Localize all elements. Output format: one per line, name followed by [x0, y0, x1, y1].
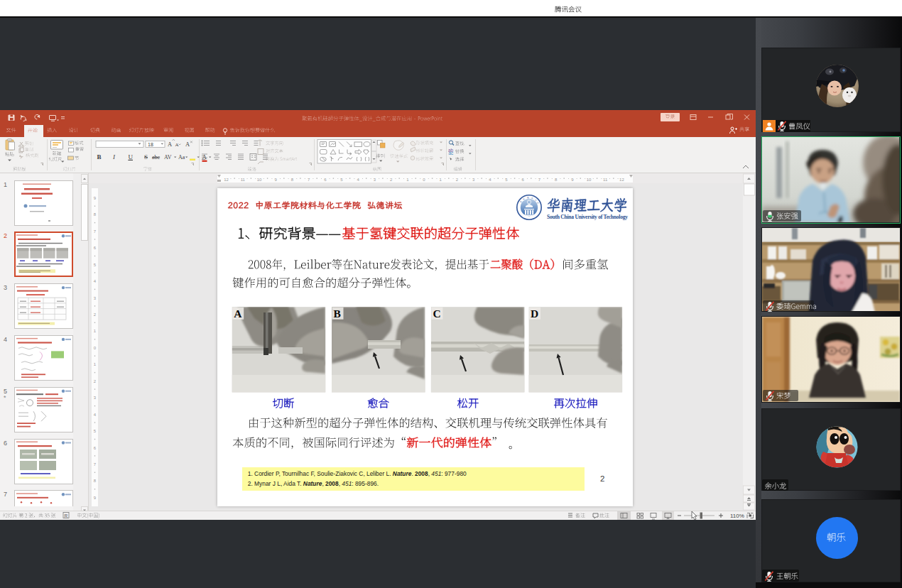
- svg-text:3: 3: [472, 177, 475, 181]
- svg-text:9: 9: [275, 177, 278, 181]
- svg-text:abc: abc: [152, 154, 161, 160]
- svg-text:2: 2: [94, 379, 97, 383]
- svg-text:4: 4: [94, 412, 97, 416]
- svg-text:3: 3: [94, 396, 97, 400]
- svg-text:3: 3: [94, 295, 97, 300]
- svg-text:学: 学: [537, 202, 539, 205]
- svg-text:11: 11: [241, 177, 246, 181]
- svg-text:6: 6: [94, 246, 97, 250]
- svg-text:2: 2: [456, 177, 459, 181]
- svg-text:6: 6: [522, 177, 525, 181]
- svg-text:A: A: [175, 141, 179, 147]
- svg-text:A: A: [168, 140, 173, 147]
- svg-text:4: 4: [489, 177, 491, 181]
- svg-text:1: 1: [440, 177, 442, 181]
- svg-text:5: 5: [505, 177, 508, 181]
- svg-text:D: D: [531, 307, 538, 320]
- svg-text:A: A: [234, 307, 242, 320]
- svg-text:0: 0: [423, 177, 425, 181]
- svg-text:2: 2: [94, 312, 97, 316]
- svg-text:4: 4: [94, 279, 97, 283]
- svg-text:9: 9: [571, 177, 574, 181]
- svg-text:110%: 110%: [730, 513, 744, 519]
- svg-text:南: 南: [523, 197, 525, 200]
- svg-text:6: 6: [94, 445, 97, 450]
- svg-text:7: 7: [94, 229, 97, 233]
- svg-text:18: 18: [148, 141, 153, 146]
- svg-text:10: 10: [587, 177, 592, 181]
- svg-text:7: 7: [94, 462, 97, 466]
- svg-text:12: 12: [224, 177, 229, 181]
- svg-text:5: 5: [94, 262, 97, 266]
- svg-text:R: R: [65, 513, 68, 518]
- svg-text:8: 8: [291, 177, 294, 181]
- svg-text:A: A: [185, 140, 190, 147]
- svg-text:4: 4: [357, 177, 360, 181]
- svg-text:7: 7: [538, 177, 541, 181]
- svg-text:AV: AV: [164, 154, 172, 160]
- svg-text:0: 0: [94, 345, 97, 349]
- svg-text:B: B: [334, 307, 341, 320]
- svg-text:工: 工: [531, 197, 533, 200]
- svg-text:10: 10: [257, 177, 262, 181]
- svg-text:9: 9: [94, 195, 97, 200]
- svg-text:5: 5: [340, 177, 343, 181]
- svg-text:Aa: Aa: [178, 154, 185, 160]
- svg-text:S: S: [144, 153, 148, 160]
- svg-text:2: 2: [390, 177, 393, 181]
- svg-text:U: U: [129, 153, 134, 160]
- svg-text:I: I: [112, 153, 116, 160]
- svg-text:5: 5: [94, 429, 97, 433]
- svg-text:B: B: [97, 153, 102, 160]
- svg-text:3: 3: [374, 177, 376, 181]
- svg-text:理: 理: [527, 197, 529, 199]
- svg-text:11: 11: [603, 177, 608, 181]
- svg-text:9: 9: [94, 495, 97, 499]
- svg-text:C: C: [433, 307, 440, 320]
- svg-text:8: 8: [94, 212, 97, 217]
- svg-text:6: 6: [324, 177, 327, 181]
- svg-text:华: 华: [520, 200, 522, 203]
- svg-text:1: 1: [406, 177, 409, 181]
- svg-text:7: 7: [308, 177, 310, 181]
- svg-text:South China University of Tech: South China University of Technology: [547, 214, 628, 220]
- svg-text:8: 8: [555, 177, 558, 181]
- svg-text:大: 大: [535, 199, 537, 202]
- svg-text:1: 1: [94, 329, 97, 333]
- svg-text:12: 12: [619, 177, 624, 181]
- svg-text:8: 8: [94, 479, 97, 483]
- svg-text:1: 1: [94, 362, 97, 366]
- svg-text:ac: ac: [449, 150, 455, 155]
